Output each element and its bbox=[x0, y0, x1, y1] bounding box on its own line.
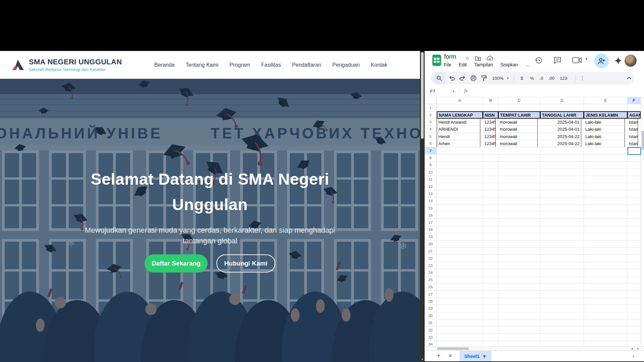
row-header-13[interactable]: 13 bbox=[425, 190, 437, 197]
row-header-7[interactable]: 7 bbox=[425, 147, 437, 154]
cell-C25[interactable] bbox=[498, 277, 540, 284]
cell-E31[interactable] bbox=[584, 319, 628, 326]
cell-B32[interactable] bbox=[483, 326, 498, 334]
cell-A19[interactable] bbox=[437, 233, 483, 240]
cell-F3[interactable]: Islam bbox=[628, 119, 638, 126]
cell-F8[interactable] bbox=[628, 155, 641, 162]
nav-item-program[interactable]: Program bbox=[229, 62, 250, 68]
row-header-19[interactable]: 19 bbox=[425, 233, 437, 240]
cell-E34[interactable] bbox=[584, 341, 628, 346]
cell-D21[interactable] bbox=[540, 248, 584, 255]
cell-C9[interactable] bbox=[498, 162, 540, 169]
menu-file[interactable]: File bbox=[444, 62, 451, 67]
cell-C33[interactable] bbox=[498, 334, 540, 341]
cell-C16[interactable] bbox=[498, 212, 540, 219]
row-header-5[interactable]: 5 bbox=[425, 133, 437, 140]
cell-E29[interactable] bbox=[584, 305, 628, 312]
column-header-F[interactable]: F bbox=[628, 97, 641, 104]
cell-A22[interactable] bbox=[437, 255, 483, 262]
user-avatar[interactable] bbox=[625, 55, 637, 67]
cell-B31[interactable] bbox=[483, 319, 498, 326]
undo-button[interactable] bbox=[447, 72, 457, 84]
cell-B26[interactable] bbox=[483, 284, 498, 291]
cell-F16[interactable] bbox=[628, 212, 641, 219]
cell-E2[interactable]: JENIS KELAMIN bbox=[584, 111, 628, 118]
menu-sisipkan[interactable]: Sisipkan bbox=[500, 62, 518, 67]
nav-item-beranda[interactable]: Beranda bbox=[154, 62, 175, 68]
cell-B17[interactable] bbox=[483, 219, 498, 226]
cell-B12[interactable] bbox=[483, 183, 498, 190]
comments-icon[interactable] bbox=[553, 56, 561, 64]
cell-A2[interactable]: NAMA LENGKAP bbox=[437, 111, 483, 118]
cell-F29[interactable] bbox=[628, 305, 641, 312]
row-header-32[interactable]: 32 bbox=[425, 326, 437, 334]
row-header-10[interactable]: 10 bbox=[425, 169, 437, 176]
sheet-v-scrollbar[interactable] bbox=[641, 97, 644, 346]
cell-D20[interactable] bbox=[540, 241, 584, 248]
menu-edit[interactable]: Edit bbox=[459, 62, 467, 67]
cell-E10[interactable] bbox=[584, 169, 628, 176]
cell-B1[interactable] bbox=[483, 104, 498, 111]
row-header-12[interactable]: 12 bbox=[425, 183, 437, 190]
cell-C28[interactable] bbox=[498, 298, 540, 305]
add-sheet-button[interactable]: + bbox=[437, 352, 440, 359]
cell-C11[interactable] bbox=[498, 176, 540, 183]
cell-F33[interactable] bbox=[628, 334, 641, 341]
cell-F34[interactable] bbox=[628, 341, 641, 346]
cell-A14[interactable] bbox=[437, 197, 483, 204]
cell-A18[interactable] bbox=[437, 226, 483, 233]
cell-B30[interactable] bbox=[483, 312, 498, 319]
cell-D27[interactable] bbox=[540, 291, 584, 298]
cell-D16[interactable] bbox=[540, 212, 584, 219]
nav-item-tentang-kami[interactable]: Tentang Kami bbox=[186, 62, 219, 68]
cell-C12[interactable] bbox=[498, 183, 540, 190]
cell-E24[interactable] bbox=[584, 269, 628, 276]
cell-A32[interactable] bbox=[437, 326, 483, 334]
row-header-4[interactable]: 4 bbox=[425, 126, 437, 133]
cell-F12[interactable] bbox=[628, 183, 641, 190]
menu-tampilan[interactable]: Tampilan bbox=[474, 62, 493, 67]
cell-A9[interactable] bbox=[437, 162, 483, 169]
cell-B16[interactable] bbox=[483, 212, 498, 219]
cell-D8[interactable] bbox=[540, 155, 584, 162]
cell-F6[interactable]: Islam bbox=[628, 140, 638, 147]
cell-F26[interactable] bbox=[628, 284, 641, 291]
cell-A24[interactable] bbox=[437, 269, 483, 276]
cell-A12[interactable] bbox=[437, 183, 483, 190]
cell-C30[interactable] bbox=[498, 312, 540, 319]
cell-A1[interactable] bbox=[437, 104, 483, 111]
cell-E4[interactable]: Laki-laki bbox=[584, 126, 625, 133]
nav-item-pendaftaran[interactable]: Pendaftaran bbox=[292, 62, 321, 68]
cell-F31[interactable] bbox=[628, 319, 641, 326]
cell-B27[interactable] bbox=[483, 291, 498, 298]
cell-E21[interactable] bbox=[584, 248, 628, 255]
cloud-status-icon[interactable] bbox=[487, 56, 493, 61]
menu-[interactable]: ... bbox=[526, 62, 530, 67]
cell-A25[interactable] bbox=[437, 277, 483, 284]
cell-F19[interactable] bbox=[628, 233, 641, 240]
column-header-C[interactable]: C bbox=[498, 97, 540, 104]
share-button[interactable] bbox=[594, 54, 609, 68]
cell-B28[interactable] bbox=[483, 298, 498, 305]
cell-F5[interactable]: Islam bbox=[628, 133, 638, 140]
cell-E14[interactable] bbox=[584, 197, 628, 204]
cell-C27[interactable] bbox=[498, 291, 540, 298]
cell-A20[interactable] bbox=[437, 241, 483, 248]
cell-C13[interactable] bbox=[498, 190, 540, 197]
row-header-23[interactable]: 23 bbox=[425, 262, 437, 269]
cell-D17[interactable] bbox=[540, 219, 584, 226]
cell-C23[interactable] bbox=[498, 262, 540, 269]
cell-C21[interactable] bbox=[498, 248, 540, 255]
cell-E25[interactable] bbox=[584, 277, 628, 284]
cell-C22[interactable] bbox=[498, 255, 540, 262]
cell-D12[interactable] bbox=[540, 183, 584, 190]
cell-F10[interactable] bbox=[628, 169, 641, 176]
cell-C15[interactable] bbox=[498, 205, 540, 212]
cell-F17[interactable] bbox=[628, 219, 641, 226]
cell-A17[interactable] bbox=[437, 219, 483, 226]
gemini-sparkle-icon[interactable] bbox=[614, 56, 622, 65]
cell-D31[interactable] bbox=[540, 319, 584, 326]
cell-E8[interactable] bbox=[584, 155, 628, 162]
cell-D9[interactable] bbox=[540, 162, 584, 169]
format-0[interactable]: .0 bbox=[537, 72, 546, 84]
